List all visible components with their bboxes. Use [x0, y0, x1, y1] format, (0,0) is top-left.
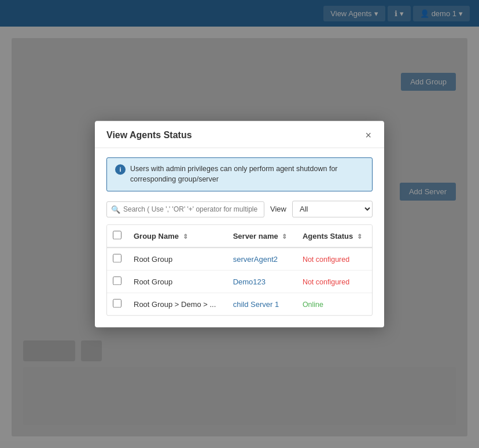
row-status: Not configured	[297, 271, 372, 293]
table-row: Root Group serverAgent2 Not configured	[107, 247, 372, 271]
header-checkbox[interactable]	[113, 231, 121, 239]
row-checkbox-2[interactable]	[113, 299, 121, 308]
table-row: Root Group Demo123 Not configured	[107, 271, 372, 293]
row-checkbox-cell	[107, 247, 128, 271]
search-wrapper: 🔍	[106, 201, 264, 217]
sort-server-icon[interactable]: ⇕	[282, 233, 287, 240]
row-server-name: Demo123	[227, 271, 297, 293]
row-status: Online	[297, 293, 372, 316]
view-agents-modal: View Agents Status × i Users with admin …	[95, 121, 384, 328]
info-alert: i Users with admin privileges can only p…	[106, 157, 373, 192]
header-checkbox-cell	[107, 225, 128, 247]
row-group-name: Root Group > Demo > ...	[128, 293, 227, 316]
row-checkbox-cell	[107, 293, 128, 316]
server-link-0[interactable]: serverAgent2	[233, 255, 278, 264]
modal-body: i Users with admin privileges can only p…	[95, 148, 384, 328]
table-header-row: Group Name ⇕ Server name ⇕ Agents Status…	[107, 225, 372, 247]
header-group-name: Group Name ⇕	[128, 225, 227, 247]
view-label: View	[270, 205, 286, 213]
row-group-name: Root Group	[128, 247, 227, 271]
header-agents-status: Agents Status ⇕	[297, 225, 372, 247]
row-group-name: Root Group	[128, 271, 227, 293]
server-link-2[interactable]: child Server 1	[233, 300, 279, 309]
search-icon: 🔍	[111, 205, 120, 213]
sort-group-icon[interactable]: ⇕	[183, 233, 188, 240]
modal-close-button[interactable]: ×	[364, 130, 373, 140]
alert-info-icon: i	[115, 164, 126, 175]
row-server-name: serverAgent2	[227, 247, 297, 271]
modal-title: View Agents Status	[106, 130, 192, 140]
sort-status-icon[interactable]: ⇕	[357, 233, 362, 240]
modal-header: View Agents Status ×	[95, 121, 384, 148]
alert-text: Users with admin privileges can only per…	[130, 164, 364, 186]
row-checkbox-0[interactable]	[113, 254, 121, 262]
search-view-row: 🔍 View All Online Offline Not configured	[106, 201, 373, 217]
agents-table-wrapper: Group Name ⇕ Server name ⇕ Agents Status…	[106, 224, 373, 316]
server-link-1[interactable]: Demo123	[233, 277, 266, 286]
view-select[interactable]: All Online Offline Not configured	[292, 201, 373, 217]
search-input[interactable]	[106, 201, 264, 217]
table-row: Root Group > Demo > ... child Server 1 O…	[107, 293, 372, 316]
row-checkbox-cell	[107, 271, 128, 293]
row-server-name: child Server 1	[227, 293, 297, 316]
row-status: Not configured	[297, 247, 372, 271]
agents-table: Group Name ⇕ Server name ⇕ Agents Status…	[107, 225, 372, 315]
header-server-name: Server name ⇕	[227, 225, 297, 247]
row-checkbox-1[interactable]	[113, 276, 121, 285]
